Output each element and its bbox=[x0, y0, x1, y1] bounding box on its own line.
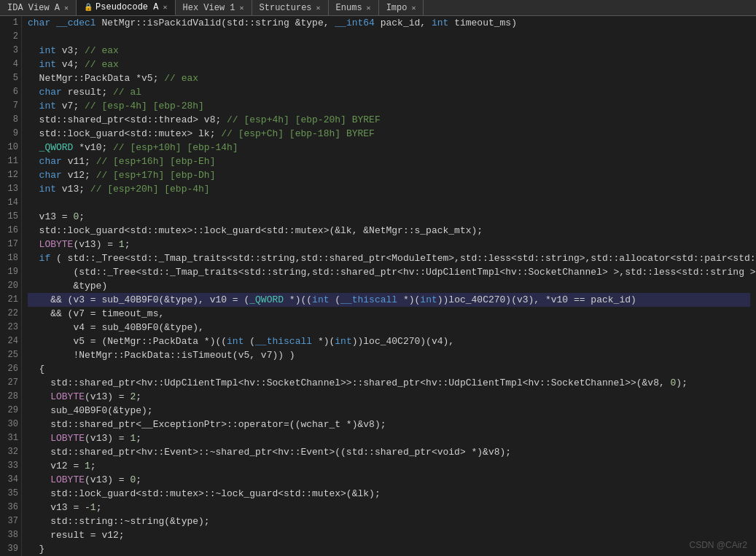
code-line-12: char v12; // [esp+17h] [ebp-Dh] bbox=[28, 168, 750, 182]
line-number-12: 12 bbox=[3, 168, 18, 182]
code-line-36: v13 = -1; bbox=[28, 501, 750, 514]
line-number-25: 25 bbox=[3, 348, 18, 362]
close-icon[interactable]: ✕ bbox=[316, 4, 321, 12]
close-icon[interactable]: ✕ bbox=[163, 3, 167, 12]
tab-label: Hex View 1 bbox=[183, 3, 235, 13]
tab-pseudocode-a[interactable]: 🔒Pseudocode A✕ bbox=[77, 0, 175, 15]
code-line-15: v13 = 0; bbox=[28, 210, 750, 224]
code-line-23: v4 = sub_40B9F0(&type), bbox=[28, 321, 750, 334]
code-line-11: char v11; // [esp+16h] [ebp-Eh] bbox=[28, 154, 750, 168]
code-line-22: && (v7 = timeout_ms, bbox=[28, 307, 750, 321]
watermark: CSDN @CAir2 bbox=[689, 540, 747, 550]
code-line-30: std::shared_ptr<__ExceptionPtr>::operato… bbox=[28, 418, 750, 431]
code-line-5: NetMgr::PackData *v5; // eax bbox=[28, 71, 750, 85]
line-numbers: 1234567891011121314151617181920212223242… bbox=[0, 16, 22, 556]
code-line-3: int v3; // eax bbox=[28, 44, 750, 58]
line-number-26: 26 bbox=[3, 362, 18, 376]
tab-ida-view-a[interactable]: IDA View A✕ bbox=[0, 0, 77, 15]
line-number-38: 38 bbox=[3, 528, 18, 542]
code-line-26: { bbox=[28, 362, 750, 376]
code-line-17: LOBYTE(v13) = 1; bbox=[28, 238, 750, 251]
line-number-21: 21 bbox=[3, 293, 18, 307]
code-line-37: std::string::~string(&type); bbox=[28, 514, 750, 528]
line-number-17: 17 bbox=[3, 238, 18, 251]
line-number-1: 1 bbox=[3, 16, 18, 30]
code-line-35: std::lock_guard<std::mutex>::~lock_guard… bbox=[28, 487, 750, 501]
line-number-3: 3 bbox=[3, 44, 18, 58]
line-number-32: 32 bbox=[3, 445, 18, 459]
code-line-32: std::shared_ptr<hv::Event>::~shared_ptr<… bbox=[28, 445, 750, 459]
code-line-4: int v4; // eax bbox=[28, 58, 750, 71]
line-number-29: 29 bbox=[3, 404, 18, 418]
line-number-4: 4 bbox=[3, 58, 18, 71]
code-line-8: std::shared_ptr<std::thread> v8; // [esp… bbox=[28, 113, 750, 127]
tab-label: IDA View A bbox=[7, 3, 60, 13]
code-line-19: (std::_Tree<std::_Tmap_traits<std::strin… bbox=[28, 265, 750, 279]
tab-hex-view-1[interactable]: Hex View 1✕ bbox=[176, 0, 252, 15]
line-number-22: 22 bbox=[3, 307, 18, 321]
code-line-29: sub_40B9F0(&type); bbox=[28, 404, 750, 418]
code-line-24: v5 = (NetMgr::PackData *)((int (__thisca… bbox=[28, 334, 750, 348]
line-number-7: 7 bbox=[3, 99, 18, 113]
code-line-2 bbox=[28, 30, 750, 44]
line-number-9: 9 bbox=[3, 127, 18, 141]
line-number-34: 34 bbox=[3, 473, 18, 487]
line-number-35: 35 bbox=[3, 487, 18, 501]
code-line-21: && (v3 = sub_40B9F0(&type), v10 = (_QWOR… bbox=[28, 293, 750, 307]
tab-structures[interactable]: Structures✕ bbox=[252, 0, 329, 15]
line-number-19: 19 bbox=[3, 265, 18, 279]
tab-label: Enums bbox=[336, 3, 362, 13]
line-number-36: 36 bbox=[3, 501, 18, 514]
line-number-2: 2 bbox=[3, 30, 18, 44]
code-area: 1234567891011121314151617181920212223242… bbox=[0, 16, 756, 556]
code-line-1: char __cdecl NetMgr::isPackidValid(std::… bbox=[28, 16, 750, 30]
line-number-14: 14 bbox=[3, 196, 18, 210]
code-line-25: !NetMgr::PackData::isTimeout(v5, v7)) ) bbox=[28, 348, 750, 362]
tab-enums[interactable]: Enums✕ bbox=[329, 0, 379, 15]
close-icon[interactable]: ✕ bbox=[367, 4, 371, 12]
close-icon[interactable]: ✕ bbox=[240, 4, 244, 12]
lock-icon: 🔒 bbox=[84, 3, 93, 12]
code-line-14 bbox=[28, 196, 750, 210]
tab-imports[interactable]: Impo✕ bbox=[379, 0, 424, 15]
tab-bar: IDA View A✕🔒Pseudocode A✕Hex View 1✕Stru… bbox=[0, 0, 756, 16]
line-number-10: 10 bbox=[3, 141, 18, 154]
tab-label: Impo bbox=[386, 3, 408, 13]
line-number-24: 24 bbox=[3, 334, 18, 348]
line-number-16: 16 bbox=[3, 224, 18, 238]
code-line-34: LOBYTE(v13) = 0; bbox=[28, 473, 750, 487]
line-number-30: 30 bbox=[3, 418, 18, 431]
code-line-31: LOBYTE(v13) = 1; bbox=[28, 431, 750, 445]
code-line-7: int v7; // [esp-4h] [ebp-28h] bbox=[28, 99, 750, 113]
code-line-6: char result; // al bbox=[28, 85, 750, 99]
code-line-38: result = v12; bbox=[28, 528, 750, 542]
line-number-39: 39 bbox=[3, 542, 18, 556]
line-number-11: 11 bbox=[3, 154, 18, 168]
line-number-37: 37 bbox=[3, 514, 18, 528]
line-number-28: 28 bbox=[3, 390, 18, 404]
line-number-8: 8 bbox=[3, 113, 18, 127]
line-number-23: 23 bbox=[3, 321, 18, 334]
code-line-33: v12 = 1; bbox=[28, 459, 750, 473]
code-line-27: std::shared_ptr<hv::UdpClientTmpl<hv::So… bbox=[28, 376, 750, 390]
code-line-9: std::lock_guard<std::mutex> lk; // [esp+… bbox=[28, 127, 750, 141]
line-number-15: 15 bbox=[3, 210, 18, 224]
code-line-28: LOBYTE(v13) = 2; bbox=[28, 390, 750, 404]
code-content: char __cdecl NetMgr::isPackidValid(std::… bbox=[22, 16, 756, 556]
code-line-39: } bbox=[28, 542, 750, 556]
tab-label: Pseudocode A bbox=[96, 2, 158, 12]
line-number-13: 13 bbox=[3, 182, 18, 196]
code-line-18: if ( std::_Tree<std::_Tmap_traits<std::s… bbox=[28, 251, 750, 265]
line-number-20: 20 bbox=[3, 279, 18, 293]
line-number-18: 18 bbox=[3, 251, 18, 265]
line-number-31: 31 bbox=[3, 431, 18, 445]
code-line-20: &type) bbox=[28, 279, 750, 293]
line-number-33: 33 bbox=[3, 459, 18, 473]
line-number-6: 6 bbox=[3, 85, 18, 99]
code-line-10: _QWORD *v10; // [esp+10h] [ebp-14h] bbox=[28, 141, 750, 154]
close-icon[interactable]: ✕ bbox=[64, 4, 69, 12]
line-number-5: 5 bbox=[3, 71, 18, 85]
close-icon[interactable]: ✕ bbox=[411, 4, 416, 12]
code-line-16: std::lock_guard<std::mutex>::lock_guard<… bbox=[28, 224, 750, 238]
line-number-27: 27 bbox=[3, 376, 18, 390]
